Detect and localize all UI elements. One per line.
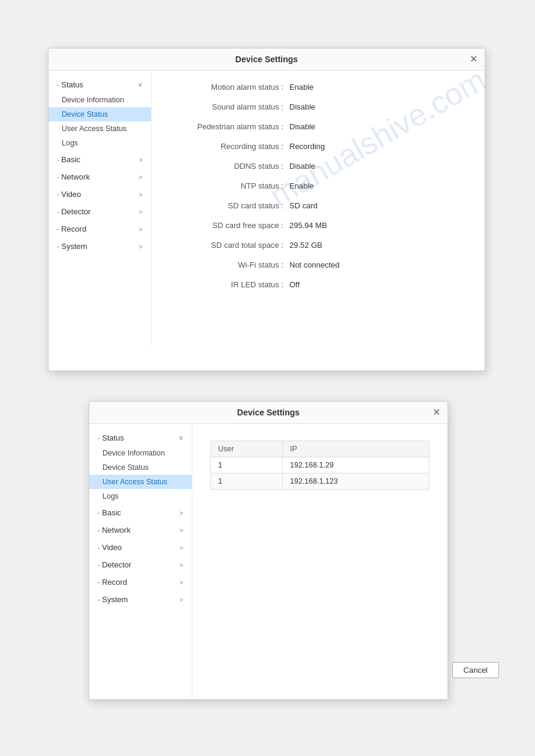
device-settings-dialog-1: Device Settings ✕ · Status∨Device Inform… <box>48 48 485 371</box>
sidebar-group-header-system[interactable]: · System> <box>89 591 192 608</box>
sidebar-group-dot: · System <box>57 242 87 251</box>
sidebar-subitem-user-access-status[interactable]: User Access Status <box>49 122 151 136</box>
sidebar-group-header-network[interactable]: · Network> <box>89 522 192 538</box>
sidebar-subitem-logs[interactable]: Logs <box>49 136 151 150</box>
sidebar-group-dot: · Network <box>98 526 131 535</box>
sidebar-group-label: Record <box>61 224 86 233</box>
cancel-button[interactable]: Cancel <box>452 662 499 678</box>
dialog-2-body: · Status∨Device InformationDevice Status… <box>89 424 448 699</box>
sidebar-group-record: · Record> <box>89 574 192 590</box>
sidebar-group-header-status[interactable]: · Status∨ <box>49 77 151 93</box>
status-row: Recording status :Recording <box>170 142 467 151</box>
dialog-1-title: Device Settings <box>235 54 298 64</box>
sidebar-group-label: Video <box>61 190 81 199</box>
dialog-2-sidebar: · Status∨Device InformationDevice Status… <box>89 424 192 699</box>
sidebar-chevron-detector: > <box>139 208 143 215</box>
sidebar-group-system: · System> <box>49 238 151 254</box>
sidebar-chevron-network: > <box>139 174 143 181</box>
sidebar-group-label: System <box>61 242 87 251</box>
status-label: DDNS status : <box>170 162 289 171</box>
table-column-header: IP <box>283 441 430 457</box>
sidebar-group-network: · Network> <box>49 169 151 185</box>
sidebar-group-header-basic[interactable]: · Basic> <box>49 151 151 168</box>
table-row: 1192.168.1.123 <box>211 473 430 490</box>
sidebar-chevron-status: ∨ <box>179 434 183 442</box>
sidebar-subitem-device-information[interactable]: Device Information <box>49 93 151 107</box>
status-label: Motion alarm status : <box>170 83 289 92</box>
sidebar-chevron-system: > <box>180 596 183 603</box>
sidebar-group-header-video[interactable]: · Video> <box>49 186 151 202</box>
sidebar-group-dot: · Video <box>98 543 122 552</box>
sidebar-group-label: Basic <box>102 508 121 517</box>
sidebar-group-dot: · Status <box>98 433 124 442</box>
sidebar-subitem-device-status[interactable]: Device Status <box>89 460 192 475</box>
sidebar-subitem-device-information[interactable]: Device Information <box>89 446 192 460</box>
sidebar-chevron-record: > <box>139 226 143 233</box>
status-value: Not connected <box>289 260 340 269</box>
sidebar-group-label: Detector <box>61 207 90 216</box>
sidebar-subitem-device-status[interactable]: Device Status <box>49 107 151 122</box>
sidebar-group-video: · Video> <box>89 539 192 555</box>
sidebar-group-header-system[interactable]: · System> <box>49 238 151 254</box>
sidebar-group-header-record[interactable]: · Record> <box>89 574 192 590</box>
dialog-1-sidebar: · Status∨Device InformationDevice Status… <box>49 71 152 346</box>
sidebar-group-status: · Status∨Device InformationDevice Status… <box>89 430 192 503</box>
sidebar-group-header-basic[interactable]: · Basic> <box>89 505 192 521</box>
sidebar-group-header-detector[interactable]: · Detector> <box>89 557 192 573</box>
device-settings-dialog-2: Device Settings ✕ · Status∨Device Inform… <box>89 401 448 700</box>
dialog-2-close-button[interactable]: ✕ <box>433 408 440 417</box>
sidebar-group-label: Video <box>102 543 122 552</box>
sidebar-group-detector: · Detector> <box>49 204 151 220</box>
sidebar-group-header-video[interactable]: · Video> <box>89 539 192 555</box>
table-cell-user: 1 <box>211 457 283 473</box>
status-value: SD card <box>289 201 318 210</box>
sidebar-group-dot: · Status <box>57 80 83 89</box>
sidebar-group-video: · Video> <box>49 186 151 202</box>
sidebar-group-label: Record <box>102 578 127 587</box>
status-value: Off <box>289 280 300 289</box>
sidebar-chevron-video: > <box>180 544 183 551</box>
sidebar-chevron-status: ∨ <box>138 81 143 89</box>
sidebar-group-header-record[interactable]: · Record> <box>49 221 151 237</box>
sidebar-group-dot: · Basic <box>98 508 121 517</box>
status-value: 295.94 MB <box>289 221 327 230</box>
dialog-1-close-button[interactable]: ✕ <box>470 54 477 64</box>
access-table: UserIP1192.168.1.291192.168.1.123 <box>210 441 430 490</box>
sidebar-group-label: Detector <box>102 560 131 569</box>
sidebar-chevron-network: > <box>180 527 183 534</box>
status-label: Sound alarm status : <box>170 102 289 111</box>
table-row: 1192.168.1.29 <box>211 457 430 473</box>
sidebar-subitem-logs[interactable]: Logs <box>89 489 192 503</box>
status-row: Sound alarm status :Disable <box>170 102 467 111</box>
status-label: Recording status : <box>170 142 289 151</box>
status-label: NTP status : <box>170 181 289 190</box>
sidebar-chevron-record: > <box>180 579 183 586</box>
dialog-1-header: Device Settings ✕ <box>49 48 485 71</box>
sidebar-group-header-status[interactable]: · Status∨ <box>89 430 192 446</box>
status-value: Recording <box>289 142 325 151</box>
status-label: Wi-Fi status : <box>170 260 289 269</box>
status-row: SD card total space :29.52 GB <box>170 241 467 250</box>
dialog-2-header: Device Settings ✕ <box>89 402 448 424</box>
status-row: Wi-Fi status :Not connected <box>170 260 467 269</box>
sidebar-group-header-network[interactable]: · Network> <box>49 169 151 185</box>
sidebar-chevron-system: > <box>139 243 143 250</box>
status-row: NTP status :Enable <box>170 181 467 190</box>
dialog-2-title: Device Settings <box>237 408 300 417</box>
status-value: Disable <box>289 162 315 171</box>
sidebar-group-basic: · Basic> <box>89 505 192 521</box>
sidebar-subitem-user-access-status[interactable]: User Access Status <box>89 475 192 489</box>
status-value: 29.52 GB <box>289 241 322 250</box>
sidebar-group-dot: · Basic <box>57 155 80 164</box>
sidebar-group-header-detector[interactable]: · Detector> <box>49 204 151 220</box>
sidebar-group-dot: · Network <box>57 172 90 181</box>
status-label: IR LED status : <box>170 280 289 289</box>
sidebar-group-status: · Status∨Device InformationDevice Status… <box>49 77 151 150</box>
status-label: SD card status : <box>170 201 289 210</box>
sidebar-group-dot: · Detector <box>57 207 90 216</box>
dialog-2-main-content: UserIP1192.168.1.291192.168.1.123 <box>192 424 448 699</box>
sidebar-group-label: Status <box>61 80 83 89</box>
status-value: Enable <box>289 181 313 190</box>
status-row: IR LED status :Off <box>170 280 467 289</box>
status-row: DDNS status :Disable <box>170 162 467 171</box>
